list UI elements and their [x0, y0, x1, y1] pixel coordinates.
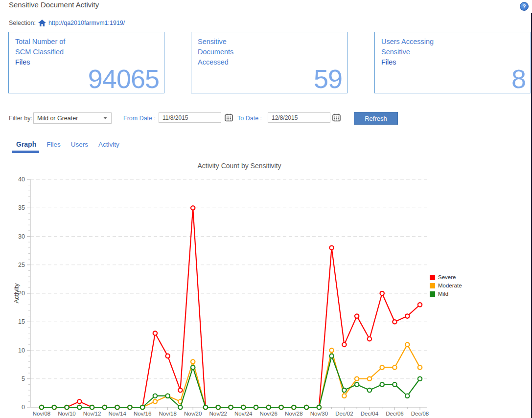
- tab-graph[interactable]: Graph: [16, 140, 36, 148]
- svg-text:Activity: Activity: [13, 283, 20, 304]
- svg-text:Nov/10: Nov/10: [58, 411, 75, 417]
- svg-text:Dec/08: Dec/08: [411, 411, 429, 417]
- svg-text:10: 10: [18, 347, 25, 354]
- selection-row: Selection: http://qa2010farmvm1:1919/: [9, 20, 125, 26]
- filter-by-selected-value: Mild or Greater: [34, 115, 103, 122]
- legend-item-moderate: Moderate: [430, 282, 462, 289]
- stat-card-label: Sensitive Documents Accessed: [191, 32, 347, 67]
- legend-item-severe: Severe: [430, 274, 462, 281]
- stat-value-sensitive-documents-accessed: 59: [314, 66, 342, 92]
- tab-bar: Graph Files Users Activity: [16, 140, 119, 148]
- calendar-icon[interactable]: [225, 113, 233, 122]
- active-tab-underline: [12, 151, 39, 153]
- from-date-input[interactable]: [159, 112, 221, 123]
- svg-text:Nov/22: Nov/22: [209, 411, 227, 417]
- chart-legend: Severe Moderate Mild: [430, 274, 462, 297]
- svg-text:5: 5: [22, 375, 25, 382]
- svg-text:Nov/24: Nov/24: [234, 411, 253, 417]
- svg-text:Nov/08: Nov/08: [33, 411, 50, 417]
- svg-text:35: 35: [18, 204, 25, 211]
- calendar-icon[interactable]: [332, 113, 341, 122]
- stat-card-label: Users Accessing Sensitive Files: [375, 32, 531, 67]
- tab-activity[interactable]: Activity: [98, 141, 119, 148]
- to-date-label: To Date :: [237, 115, 262, 122]
- filter-by-dropdown[interactable]: Mild or Greater: [33, 112, 112, 124]
- from-date-label: From Date :: [123, 115, 156, 122]
- to-date-input[interactable]: [268, 112, 330, 123]
- stat-value-users-accessing-sensitive-files: 8: [511, 66, 526, 92]
- svg-text:Nov/14: Nov/14: [108, 411, 126, 417]
- chart-title: Activity Count by Sensitivity: [0, 162, 479, 170]
- tab-users[interactable]: Users: [71, 141, 88, 148]
- refresh-button[interactable]: Refresh: [354, 112, 398, 125]
- stat-value-total-classified-files: 94065: [88, 66, 159, 92]
- svg-text:Dec/06: Dec/06: [386, 411, 403, 417]
- svg-text:Nov/20: Nov/20: [184, 411, 202, 417]
- legend-item-mild: Mild: [430, 290, 462, 297]
- svg-text:Nov/16: Nov/16: [134, 411, 151, 417]
- filter-by-label: Filter by:: [9, 115, 32, 122]
- home-icon: [38, 20, 46, 26]
- svg-text:0: 0: [22, 404, 25, 411]
- svg-text:Nov/18: Nov/18: [159, 411, 176, 417]
- svg-text:Nov/28: Nov/28: [285, 411, 302, 417]
- chevron-down-icon: [103, 117, 107, 119]
- selection-label: Selection:: [9, 20, 36, 26]
- selection-url-link[interactable]: http://qa2010farmvm1:1919/: [48, 20, 125, 26]
- svg-text:Nov/30: Nov/30: [310, 411, 328, 417]
- svg-text:Dec/04: Dec/04: [361, 411, 379, 417]
- stat-card-label: Total Number of SCM Classified Files: [9, 32, 164, 67]
- mild-swatch-icon: [430, 291, 435, 297]
- svg-text:Nov/26: Nov/26: [260, 411, 278, 417]
- tab-files[interactable]: Files: [46, 141, 61, 148]
- stat-card-total-classified-files: Total Number of SCM Classified Files 940…: [8, 32, 164, 93]
- svg-text:30: 30: [18, 233, 25, 240]
- svg-text:Nov/12: Nov/12: [83, 411, 101, 417]
- svg-text:25: 25: [18, 262, 25, 268]
- moderate-swatch-icon: [430, 283, 435, 288]
- svg-text:Dec/02: Dec/02: [335, 411, 353, 417]
- page-title: Sensitive Document Activity: [9, 0, 99, 9]
- help-icon[interactable]: ?: [520, 2, 529, 11]
- svg-text:40: 40: [18, 176, 25, 183]
- svg-text:15: 15: [18, 318, 25, 325]
- stat-card-users-accessing-sensitive-files: Users Accessing Sensitive Files 8: [374, 32, 531, 93]
- stat-card-sensitive-documents-accessed: Sensitive Documents Accessed 59: [191, 32, 347, 93]
- severe-swatch-icon: [430, 275, 435, 280]
